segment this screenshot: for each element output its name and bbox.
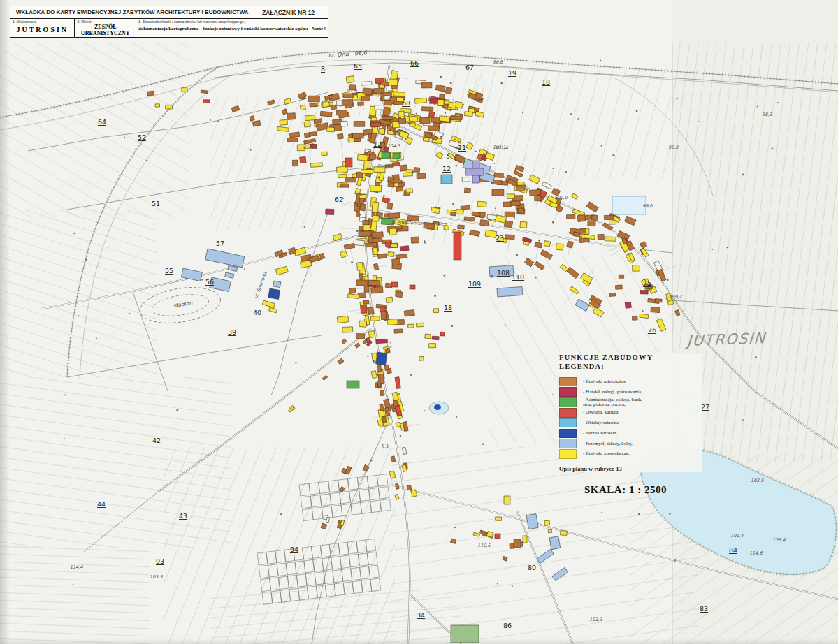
svg-text:34: 34: [417, 611, 425, 619]
legend-label: - Budynki mieszkalne: [583, 379, 626, 384]
legend-swatch: [559, 408, 577, 418]
legend-swatch: [559, 449, 577, 459]
svg-text:44: 44: [97, 500, 106, 508]
svg-text:110: 110: [512, 273, 524, 281]
legend-swatch: [559, 377, 577, 387]
scan-shadow-bottom: [0, 638, 838, 644]
svg-text:98,3: 98,3: [762, 112, 772, 117]
legend-label: - Administracja, policja, bank,straż poż…: [583, 397, 642, 407]
legend-footer: Opis planu w rubryce 13: [559, 465, 702, 472]
svg-text:80: 80: [528, 564, 536, 571]
svg-text:101,4: 101,4: [730, 533, 744, 539]
field1-value: JUTROSIN: [13, 26, 72, 34]
field3-value: dokumentacja kartograficzna - funkcje za…: [138, 26, 326, 31]
attachment-number: ZAŁĄCZNIK NR 12: [259, 6, 328, 18]
svg-text:97,9: 97,9: [347, 88, 357, 94]
svg-text:68: 68: [402, 99, 410, 107]
legend-item: - Administracja, policja, bank,straż poż…: [559, 397, 702, 408]
svg-text:56: 56: [205, 278, 214, 286]
svg-text:66: 66: [410, 59, 419, 67]
svg-text:55: 55: [165, 267, 173, 275]
svg-text:57: 57: [216, 240, 224, 247]
svg-text:64: 64: [98, 118, 106, 126]
svg-text:83: 83: [700, 605, 708, 613]
svg-text:75: 75: [643, 279, 651, 287]
field3-label: 3. Zawartość wkładki ( nazwa obiektu lub…: [138, 20, 326, 24]
card-title: WKŁADKA DO KARTY EWIDENCYJNEJ ZABYTKÓW A…: [10, 6, 259, 18]
svg-text:105,5: 105,5: [150, 574, 163, 580]
map-canvas: rz. Orla - 98,6ul. Powstańców ( ul. Niep…: [0, 0, 838, 644]
svg-text:76: 76: [648, 326, 656, 334]
map-legend: FUNKCJE ZABUDOWY LEGENDA: - Budynki mies…: [559, 353, 702, 472]
legend-item: - Budynki gospodarcze,: [559, 449, 702, 460]
legend-swatch: [559, 387, 577, 397]
legend-item: - Handel, usługi, gastronomia,: [559, 387, 702, 397]
legend-item: - Przemysł, składy, kolej,: [559, 439, 702, 449]
svg-text:51: 51: [152, 200, 160, 207]
svg-text:99,0: 99,0: [642, 203, 653, 209]
legend-item: - Obiekty sakralne: [559, 418, 702, 428]
legend-label: - Oświata, kultura,: [583, 410, 619, 415]
svg-text:42: 42: [152, 437, 161, 444]
svg-text:100,0: 100,0: [554, 195, 568, 200]
legend-label: - Służba zdrowia,: [583, 431, 617, 436]
svg-text:94: 94: [290, 546, 298, 553]
svg-text:18: 18: [542, 78, 550, 86]
svg-text:114,4: 114,4: [70, 564, 83, 570]
legend-swatch: [559, 429, 577, 439]
legend-label: - Budynki gospodarcze,: [583, 451, 630, 456]
svg-text:Rynek: Rynek: [377, 163, 393, 169]
svg-text:12: 12: [373, 140, 382, 148]
svg-text:52: 52: [138, 133, 146, 141]
svg-text:19: 19: [508, 69, 516, 77]
legend-title-line2: LEGENDA:: [559, 362, 702, 371]
svg-text:67: 67: [465, 64, 474, 71]
svg-text:93: 93: [156, 557, 164, 565]
svg-text:101,4: 101,4: [495, 145, 508, 151]
legend-item: - Służba zdrowia,: [559, 428, 702, 439]
legend-title-line1: FUNKCJE ZABUDOWY: [559, 353, 702, 362]
field2-value: ZESPÓŁ URBANISTYCZNY: [77, 24, 133, 36]
town-name-label: JUTROSIN: [686, 330, 766, 349]
svg-text:108: 108: [497, 269, 510, 277]
svg-text:103,3: 103,3: [589, 617, 602, 622]
svg-text:104,3: 104,3: [387, 143, 400, 149]
legend-label: - Przemysł, składy, kolej,: [583, 441, 633, 446]
svg-text:103,4: 103,4: [772, 537, 786, 543]
svg-text:86: 86: [503, 622, 512, 629]
svg-text:43: 43: [179, 512, 187, 520]
svg-text:12: 12: [442, 165, 451, 173]
svg-text:65: 65: [354, 62, 362, 70]
legend-swatch: [559, 397, 577, 407]
scale-text: SKALA: 1 : 2500: [584, 484, 667, 496]
svg-text:39: 39: [228, 328, 236, 336]
record-card-header: WKŁADKA DO KARTY EWIDENCYJNEJ ZABYTKÓW A…: [10, 6, 328, 38]
svg-text:8: 8: [321, 65, 325, 73]
svg-text:84: 84: [729, 546, 737, 554]
legend-item: - Oświata, kultura,: [559, 407, 702, 418]
svg-text:62: 62: [335, 196, 343, 203]
scan-shadow-left: [0, 0, 10, 644]
legend-swatch: [559, 439, 577, 448]
svg-text:23: 23: [496, 234, 504, 242]
legend-item: - Budynki mieszkalne: [559, 376, 702, 387]
legend-label: - Handel, usługi, gastronomia,: [583, 390, 642, 395]
svg-text:18: 18: [444, 304, 452, 312]
legend-label: - Obiekty sakralne: [583, 420, 619, 425]
legend-swatch: [559, 418, 577, 428]
svg-text:109: 109: [468, 280, 481, 288]
svg-text:21: 21: [458, 144, 466, 152]
svg-text:114,6: 114,6: [749, 550, 763, 556]
svg-text:40: 40: [253, 309, 261, 316]
scanned-map-page: rz. Orla - 98,6ul. Powstańców ( ul. Niep…: [0, 0, 838, 644]
svg-text:110,5: 110,5: [477, 543, 491, 548]
svg-text:98,8: 98,8: [668, 145, 679, 150]
svg-text:96,6: 96,6: [493, 59, 503, 65]
field1-label: 1. Miejscowość: [13, 20, 72, 24]
svg-text:102,5: 102,5: [751, 478, 764, 483]
svg-text:99,7: 99,7: [672, 294, 682, 300]
